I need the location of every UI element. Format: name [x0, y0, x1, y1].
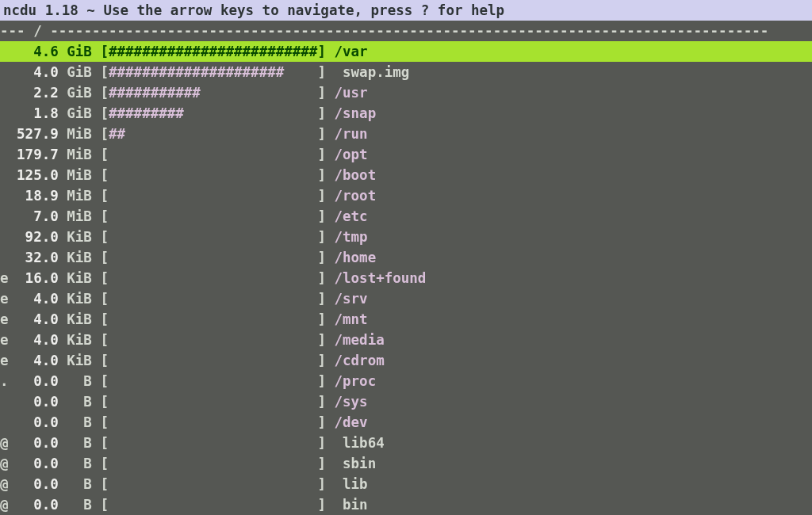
entry-name: lib — [335, 476, 368, 492]
bracket-open-icon: [ — [100, 291, 109, 307]
usage-bar: ## — [109, 126, 125, 142]
entry-unit: KiB — [67, 229, 92, 245]
bracket-close-icon: ] — [317, 167, 326, 183]
bracket-close-icon: ] — [317, 497, 326, 513]
file-list[interactable]: 4.6 GiB [#########################] /var… — [0, 41, 812, 515]
entry-unit: KiB — [67, 291, 92, 307]
entry-size: 32.0 — [9, 250, 59, 265]
bracket-open-icon: [ — [100, 229, 109, 245]
entry-size: 4.0 — [9, 64, 59, 80]
entry-size: 1.8 — [9, 105, 59, 121]
list-item[interactable]: 0.0 B [ ] /dev — [0, 412, 812, 433]
entry-size: 16.0 — [9, 270, 59, 286]
list-item[interactable]: 92.0 KiB [ ] /tmp — [0, 227, 812, 247]
entry-flag: e — [0, 288, 9, 309]
entry-name: swap.img — [335, 64, 410, 80]
bracket-close-icon: ] — [317, 270, 326, 286]
list-item[interactable]: 4.0 GiB [##################### ] swap.im… — [0, 62, 812, 82]
entry-size: 0.0 — [9, 414, 59, 430]
bracket-open-icon: [ — [100, 250, 109, 265]
entry-unit: B — [67, 414, 92, 430]
entry-flag: @ — [0, 433, 9, 453]
entry-name: sbin — [335, 456, 377, 471]
entry-unit: KiB — [67, 250, 92, 265]
entry-size: 0.0 — [9, 435, 59, 451]
bracket-open-icon: [ — [100, 85, 109, 101]
bracket-close-icon: ] — [317, 435, 326, 451]
bracket-close-icon: ] — [317, 394, 326, 410]
entry-flag: @ — [0, 474, 9, 494]
entry-size: 4.6 — [9, 44, 59, 59]
entry-name: /tmp — [335, 229, 368, 245]
list-item[interactable]: 2.2 GiB [########### ] /usr — [0, 82, 812, 103]
entry-flag — [0, 62, 9, 82]
entry-unit: GiB — [67, 64, 92, 80]
entry-size: 92.0 — [9, 229, 59, 245]
entry-unit: MiB — [67, 126, 92, 142]
list-item[interactable]: @ 0.0 B [ ] bin — [0, 494, 812, 515]
entry-unit: MiB — [67, 208, 92, 224]
list-item[interactable]: 527.9 MiB [## ] /run — [0, 124, 812, 144]
list-item[interactable]: e 4.0 KiB [ ] /media — [0, 330, 812, 350]
entry-flag: e — [0, 309, 9, 330]
entry-flag — [0, 144, 9, 165]
bracket-close-icon: ] — [317, 147, 326, 162]
list-item[interactable]: 7.0 MiB [ ] /etc — [0, 206, 812, 227]
entry-name: /opt — [335, 147, 368, 162]
bracket-open-icon: [ — [100, 126, 109, 142]
list-item[interactable]: @ 0.0 B [ ] lib — [0, 474, 812, 494]
list-item[interactable]: 18.9 MiB [ ] /root — [0, 185, 812, 206]
entry-name: /dev — [335, 414, 368, 430]
entry-flag — [0, 412, 9, 433]
list-item[interactable]: e 16.0 KiB [ ] /lost+found — [0, 268, 812, 288]
entry-name: lib64 — [335, 435, 385, 451]
bracket-open-icon: [ — [100, 105, 109, 121]
entry-name: /var — [335, 44, 368, 59]
entry-name: /proc — [335, 373, 377, 389]
list-item[interactable]: 0.0 B [ ] /sys — [0, 391, 812, 412]
entry-unit: GiB — [67, 44, 92, 59]
bracket-open-icon: [ — [100, 44, 109, 59]
bracket-close-icon: ] — [317, 208, 326, 224]
list-item[interactable]: e 4.0 KiB [ ] /cdrom — [0, 350, 812, 371]
entry-name: /cdrom — [335, 353, 385, 368]
bracket-close-icon: ] — [317, 311, 326, 327]
entry-unit: B — [67, 373, 92, 389]
entry-flag: @ — [0, 494, 9, 515]
entry-size: 7.0 — [9, 208, 59, 224]
bracket-open-icon: [ — [100, 353, 109, 368]
entry-flag — [0, 124, 9, 144]
list-item[interactable]: 32.0 KiB [ ] /home — [0, 247, 812, 268]
list-item[interactable]: 125.0 MiB [ ] /boot — [0, 165, 812, 185]
entry-size: 0.0 — [9, 373, 59, 389]
list-item[interactable]: e 4.0 KiB [ ] /srv — [0, 288, 812, 309]
bracket-close-icon: ] — [317, 85, 326, 101]
entry-size: 125.0 — [9, 167, 59, 183]
entry-size: 0.0 — [9, 476, 59, 492]
list-item[interactable]: 179.7 MiB [ ] /opt — [0, 144, 812, 165]
entry-flag: e — [0, 268, 9, 288]
bracket-close-icon: ] — [317, 126, 326, 142]
bracket-close-icon: ] — [317, 229, 326, 245]
entry-name: /run — [335, 126, 368, 142]
list-item[interactable]: @ 0.0 B [ ] lib64 — [0, 433, 812, 453]
entry-unit: B — [67, 497, 92, 513]
usage-bar: ######################### — [109, 44, 317, 59]
current-path: / — [33, 23, 42, 39]
list-item[interactable]: @ 0.0 B [ ] sbin — [0, 453, 812, 474]
list-item[interactable]: e 4.0 KiB [ ] /mnt — [0, 309, 812, 330]
entry-size: 0.0 — [9, 394, 59, 410]
list-item[interactable]: 1.8 GiB [######### ] /snap — [0, 103, 812, 124]
bracket-open-icon: [ — [100, 456, 109, 471]
entry-flag: . — [0, 371, 9, 391]
entry-unit: GiB — [67, 85, 92, 101]
bracket-close-icon: ] — [317, 105, 326, 121]
entry-name: /srv — [335, 291, 368, 307]
entry-unit: KiB — [67, 332, 92, 348]
bracket-close-icon: ] — [317, 414, 326, 430]
list-item[interactable]: . 0.0 B [ ] /proc — [0, 371, 812, 391]
list-item[interactable]: 4.6 GiB [#########################] /var — [0, 41, 812, 62]
bracket-open-icon: [ — [100, 270, 109, 286]
entry-flag — [0, 227, 9, 247]
entry-flag: @ — [0, 453, 9, 474]
